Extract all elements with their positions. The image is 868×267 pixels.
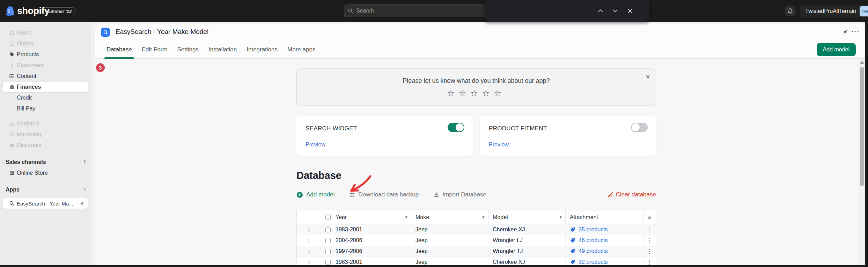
find-next-button[interactable] — [608, 3, 623, 18]
row-checkbox[interactable] — [325, 238, 331, 243]
table-row[interactable]: 0 1983-2001 Jeep Cherokee XJ 35 products… — [297, 224, 656, 235]
tab-database[interactable]: Database — [102, 41, 137, 59]
add-model-button[interactable]: Add model — [817, 43, 856, 56]
pin-icon[interactable] — [842, 29, 848, 35]
feedback-message: Please let us know what do you think abo… — [297, 77, 656, 85]
table-body: 0 1983-2001 Jeep Cherokee XJ 35 products… — [297, 224, 656, 267]
tab-more-apps[interactable]: More apps — [282, 41, 320, 59]
scrollbar-thumb[interactable] — [860, 67, 864, 186]
sidebar-item-label: Online Store — [17, 170, 48, 176]
dropdown-caret-icon[interactable]: ▾ — [559, 215, 562, 220]
sidebar-item-credit[interactable]: Credit — [3, 93, 88, 103]
product-fitment-card: PRODUCT FITMENT Preview — [480, 116, 656, 156]
app-window: EasySearch - Year Make Model ⋯ Database … — [95, 23, 865, 267]
column-header-year[interactable]: Year ▾ — [321, 210, 411, 224]
find-previous-button[interactable] — [593, 3, 608, 18]
sidebar-item-analytics[interactable]: Analytics — [3, 118, 88, 129]
sidebar: Home Orders Products Customers Content F… — [0, 22, 91, 267]
attachment-link[interactable]: 32 products — [570, 259, 608, 265]
table-row[interactable]: 1 2004-2006 Jeep Wrangler LJ 46 products… — [297, 235, 656, 246]
kebab-menu-icon[interactable]: ⋮ — [647, 248, 653, 255]
close-icon: × — [627, 6, 632, 15]
notification-count-badge: 3 — [96, 63, 105, 72]
row-checkbox[interactable] — [325, 249, 331, 254]
model-cell: Wrangler LJ — [493, 237, 523, 244]
search-widget-preview-link[interactable]: Preview — [306, 142, 325, 148]
chevron-up-icon — [598, 9, 603, 12]
sidebar-section-apps[interactable]: Apps › — [3, 185, 88, 195]
notifications-button[interactable] — [785, 6, 795, 16]
table-row[interactable]: 2 1997-2006 Jeep Wrangler TJ 49 products… — [297, 246, 656, 257]
pin-icon[interactable] — [79, 201, 84, 206]
attachment-link[interactable]: 46 products — [570, 237, 608, 244]
hamburger-menu-icon[interactable]: ≡ — [647, 214, 651, 221]
year-cell: 2004-2006 — [336, 237, 362, 244]
sidebar-item-orders[interactable]: Orders — [3, 38, 88, 49]
sidebar-item-customers[interactable]: Customers — [3, 60, 88, 71]
bar-chart-icon — [9, 121, 15, 127]
marketing-icon — [9, 132, 15, 137]
app-title: EasySearch - Year Make Model — [116, 28, 208, 36]
find-close-button[interactable]: × — [623, 3, 637, 18]
bank-icon — [9, 84, 15, 90]
add-model-action[interactable]: Add model — [296, 191, 334, 198]
search-widget-toggle[interactable] — [448, 123, 464, 132]
column-header-model[interactable]: Model ▾ — [488, 210, 566, 224]
tab-installation[interactable]: Installation — [204, 41, 242, 59]
app-tabbar: Database Edit Form Settings Installation… — [95, 41, 865, 59]
row-checkbox[interactable] — [325, 227, 331, 232]
sidebar-item-products[interactable]: Products — [3, 49, 88, 60]
account-menu[interactable]: TwistedProAllTerrain Twi — [800, 5, 868, 17]
product-fitment-preview-link[interactable]: Preview — [489, 142, 509, 148]
attachment-count: 49 products — [579, 248, 608, 254]
sidebar-item-home[interactable]: Home — [3, 28, 88, 38]
select-all-checkbox[interactable] — [325, 215, 331, 220]
database-table: Year ▾ Make ▾ Model ▾ Attachment — [296, 210, 656, 267]
sidebar-item-easysearch-app[interactable]: EasySearch - Year Ma... — [3, 198, 88, 209]
kebab-menu-icon[interactable]: ⋮ — [647, 226, 653, 233]
toggle-knob — [456, 123, 464, 131]
product-fitment-toggle[interactable] — [631, 123, 648, 132]
dropdown-caret-icon[interactable]: ▾ — [405, 215, 407, 220]
scroll-up-arrow[interactable] — [860, 61, 864, 64]
column-header-make[interactable]: Make ▾ — [411, 210, 488, 224]
sidebar-item-label: Content — [17, 73, 36, 79]
import-database-action[interactable]: Import Database — [433, 191, 486, 198]
sidebar-item-marketing[interactable]: Marketing — [3, 129, 88, 140]
sidebar-item-bill-pay[interactable]: Bill Pay — [3, 103, 88, 114]
main-area: EasySearch - Year Make Model ⋯ Database … — [91, 22, 868, 267]
content-scrollbar[interactable] — [859, 59, 865, 267]
sidebar-section-sales-channels[interactable]: Sales channels › — [3, 157, 88, 167]
tab-integrations[interactable]: Integrations — [242, 41, 282, 59]
close-icon[interactable]: × — [646, 72, 650, 81]
sidebar-item-discounts[interactable]: Discounts — [3, 140, 88, 151]
clear-database-action[interactable]: Clear database — [607, 191, 656, 198]
search-widget-card: SEARCH WIDGET Preview — [296, 116, 473, 156]
sidebar-item-finances[interactable]: Finances — [3, 82, 88, 92]
make-cell: Jeep — [415, 237, 428, 244]
attachment-link[interactable]: 35 products — [570, 226, 608, 233]
global-search[interactable] — [344, 5, 485, 17]
search-input[interactable] — [356, 8, 468, 14]
model-cell: Wrangler TJ — [493, 248, 523, 254]
shopify-bag-icon: S — [6, 6, 15, 16]
findbar-input[interactable] — [491, 8, 589, 14]
row-number: 2 — [297, 246, 321, 257]
table-menu-cell[interactable]: ≡ — [644, 210, 655, 224]
more-options-icon[interactable]: ⋯ — [851, 26, 860, 36]
sidebar-item-content[interactable]: Content — [3, 71, 88, 81]
topbar: S shopify Summer '23 TwistedProAllTerrai… — [0, 0, 868, 22]
tab-settings[interactable]: Settings — [172, 41, 203, 59]
kebab-menu-icon[interactable]: ⋮ — [647, 237, 653, 244]
attachment-link[interactable]: 49 products — [570, 248, 608, 254]
sidebar-item-online-store[interactable]: Online Store — [3, 168, 88, 178]
section-label: Sales channels — [6, 159, 46, 165]
feedback-card: Please let us know what do you think abo… — [296, 68, 656, 106]
dropdown-caret-icon[interactable]: ▾ — [482, 215, 485, 220]
row-checkbox[interactable] — [325, 260, 331, 265]
tab-edit-form[interactable]: Edit Form — [137, 41, 172, 59]
column-label: Attachment — [570, 214, 598, 221]
easysearch-app-icon — [101, 28, 110, 37]
rating-stars[interactable]: ☆☆☆☆☆ — [297, 88, 656, 98]
column-header-attachment[interactable]: Attachment — [566, 210, 644, 224]
